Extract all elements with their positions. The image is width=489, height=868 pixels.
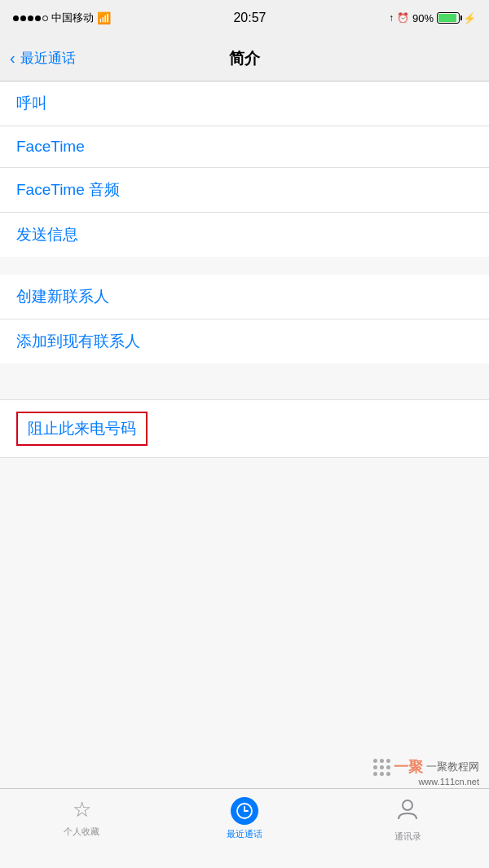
signal-dots [13,15,48,21]
nav-back-button[interactable]: ‹ 最近通话 [10,49,76,68]
list-item-facetime-audio-label: FaceTime 音频 [16,181,120,198]
signal-dot-4 [35,15,41,21]
recents-icon-circle [231,797,258,825]
watermark-site-label: 一聚教程网 [426,760,479,774]
tab-favorites[interactable]: ☆ 个人收藏 [33,797,130,838]
alarm-icon: ⏰ [397,12,409,24]
section-separator-1 [0,257,489,275]
main-content: 呼叫 FaceTime FaceTime 音频 发送信息 创建新联系人 添加到现… [0,82,489,458]
list-item-call[interactable]: 呼叫 [0,82,489,126]
watermark-logo: 一聚 一聚教程网 [373,757,479,777]
list-item-create-contact[interactable]: 创建新联系人 [0,275,489,319]
tab-favorites-label: 个人收藏 [64,826,99,838]
list-item-facetime[interactable]: FaceTime [0,126,489,168]
contacts-icon [395,797,420,827]
block-number-label: 阻止此来电号码 [28,420,136,437]
signal-dot-2 [20,15,26,21]
nav-title: 简介 [229,48,260,69]
back-chevron-icon: ‹ [10,49,15,68]
status-left: 中国移动 📶 [13,11,111,25]
battery-container [437,12,460,24]
contacts-person-icon [395,797,420,822]
wifi-icon: 📶 [97,11,111,24]
watermark-url: www.111cn.net [418,777,479,786]
section-separator-2 [0,364,489,381]
status-right: ↑ ⏰ 90% ⚡ [389,12,476,24]
location-icon: ↑ [389,12,394,24]
recents-clock-icon [236,802,253,820]
yi-logo: 一聚 [394,757,423,777]
tab-contacts-label: 通讯录 [394,831,421,843]
block-section: 阻止此来电号码 [0,399,489,458]
status-time: 20:57 [233,11,266,25]
nav-bar: ‹ 最近通话 简介 [0,36,489,82]
tab-bar: ☆ 个人收藏 最近通话 通讯录 [0,788,489,868]
svg-point-3 [403,800,412,810]
watermark: 一聚 一聚教程网 www.111cn.net [373,757,479,786]
battery-percent: 90% [412,12,434,24]
list-item-facetime-label: FaceTime [16,138,85,155]
list-item-create-contact-label: 创建新联系人 [16,288,109,305]
list-item-call-label: 呼叫 [16,95,47,112]
tab-recents[interactable]: 最近通话 [196,797,293,840]
block-number-item[interactable]: 阻止此来电号码 [0,399,489,458]
list-item-add-existing-label: 添加到现有联系人 [16,333,140,350]
battery-icon [437,12,460,24]
signal-dot-5 [42,15,48,21]
nav-back-label: 最近通话 [20,49,76,68]
block-number-box: 阻止此来电号码 [16,412,148,446]
tab-recents-label: 最近通话 [227,828,262,840]
list-item-facetime-audio[interactable]: FaceTime 音频 [0,168,489,213]
section-contacts: 创建新联系人 添加到现有联系人 [0,275,489,364]
signal-dot-3 [28,15,33,21]
section-actions: 呼叫 FaceTime FaceTime 音频 发送信息 [0,82,489,257]
list-item-send-message-label: 发送信息 [16,226,78,243]
carrier-label: 中国移动 [51,11,94,25]
signal-dot-1 [13,15,19,21]
battery-fill [438,14,456,22]
list-item-send-message[interactable]: 发送信息 [0,213,489,257]
status-bar: 中国移动 📶 20:57 ↑ ⏰ 90% ⚡ [0,0,489,36]
list-item-add-existing[interactable]: 添加到现有联系人 [0,319,489,364]
favorites-icon: ☆ [73,797,91,822]
charging-icon: ⚡ [463,12,476,24]
tab-contacts[interactable]: 通讯录 [359,797,456,843]
watermark-dots [373,759,390,776]
